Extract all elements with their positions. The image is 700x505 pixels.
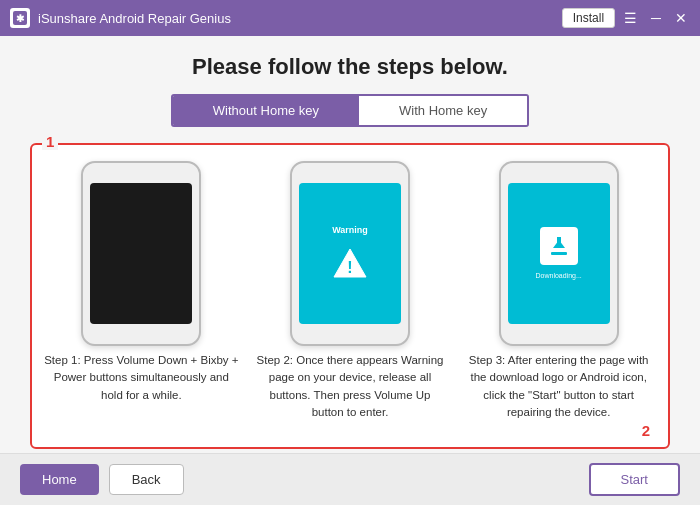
titlebar: ✱ iSunshare Android Repair Genius Instal… <box>0 0 700 36</box>
close-icon[interactable]: ✕ <box>672 10 690 26</box>
warning-label: Warning <box>332 225 368 235</box>
steps-row: Step 1: Press Volume Down + Bixby + Powe… <box>44 161 656 421</box>
window-controls: ☰ ─ ✕ <box>621 10 690 26</box>
warning-triangle-icon: ! <box>332 245 368 281</box>
titlebar-right: Install ☰ ─ ✕ <box>562 8 690 28</box>
phone-vol-button <box>81 203 82 231</box>
menu-icon[interactable]: ☰ <box>621 10 640 26</box>
home-button[interactable]: Home <box>20 464 99 495</box>
step1-phone <box>81 161 201 346</box>
start-button[interactable]: Start <box>589 463 680 496</box>
svg-rect-7 <box>551 252 567 255</box>
step3-phone-wrap: Downloading... Step 3: After entering th… <box>461 161 656 421</box>
phone-power-button <box>200 243 201 259</box>
step3-phone: Downloading... <box>499 161 619 346</box>
main-content: Please follow the steps below. Without H… <box>0 36 700 459</box>
app-title: iSunshare Android Repair Genius <box>38 11 231 26</box>
tab-with-home[interactable]: With Home key <box>359 96 527 125</box>
steps-box-label: 1 <box>42 133 58 150</box>
tab-group: Without Home key With Home key <box>171 94 529 127</box>
step2-phone: Warning ! <box>290 161 410 346</box>
download-icon-wrap <box>540 227 578 265</box>
svg-text:✱: ✱ <box>16 13 25 24</box>
page-title: Please follow the steps below. <box>192 54 508 80</box>
titlebar-left: ✱ iSunshare Android Repair Genius <box>10 8 231 28</box>
step2-text: Step 2: Once there appears Warning page … <box>253 352 448 421</box>
svg-rect-6 <box>557 237 561 248</box>
downloading-label: Downloading... <box>536 272 582 279</box>
step3-text: Step 3: After entering the page with the… <box>461 352 656 421</box>
bottom-left-buttons: Home Back <box>20 464 184 495</box>
phone-screen-dark <box>90 183 192 324</box>
phone-screen-warning: Warning ! <box>299 183 401 324</box>
step2-phone-wrap: Warning ! Step 2: Once there appears War… <box>253 161 448 421</box>
app-icon: ✱ <box>10 8 30 28</box>
step1-phone-wrap: Step 1: Press Volume Down + Bixby + Powe… <box>44 161 239 421</box>
back-button[interactable]: Back <box>109 464 184 495</box>
phone-vol-up-button <box>290 203 291 223</box>
steps-container: 1 Step 1: Press Volume Down + Bixby + Po… <box>30 143 670 449</box>
tab-without-home[interactable]: Without Home key <box>173 96 359 125</box>
download-arrow-icon <box>547 234 571 258</box>
step2-badge: 2 <box>642 422 650 439</box>
minimize-icon[interactable]: ─ <box>648 10 664 26</box>
step1-text: Step 1: Press Volume Down + Bixby + Powe… <box>44 352 239 404</box>
phone-bixby-button <box>200 213 201 235</box>
phone-screen-download: Downloading... <box>508 183 610 324</box>
bottom-bar: Home Back Start <box>0 453 700 505</box>
svg-text:!: ! <box>347 259 352 276</box>
install-button[interactable]: Install <box>562 8 615 28</box>
